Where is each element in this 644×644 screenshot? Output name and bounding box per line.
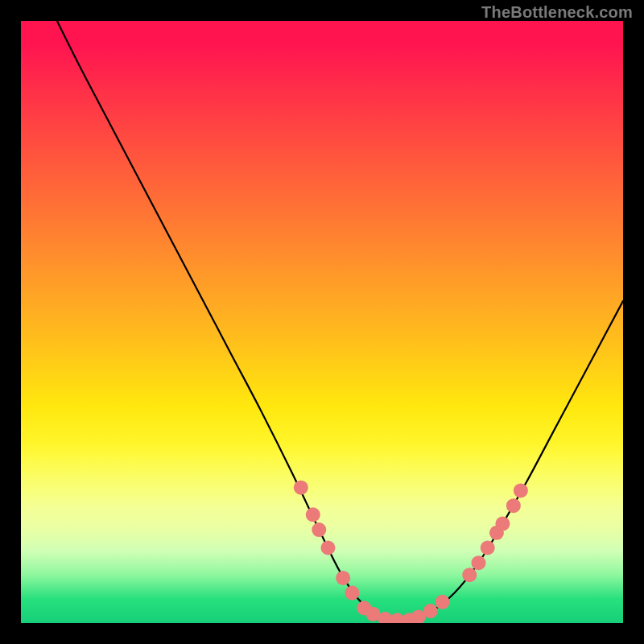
highlight-dots	[294, 481, 528, 623]
bottleneck-curve	[57, 21, 623, 621]
highlight-dot	[495, 517, 510, 531]
highlight-dot	[462, 568, 477, 582]
chart-svg	[21, 21, 623, 623]
highlight-dot	[436, 595, 450, 609]
highlight-dot	[506, 498, 521, 513]
highlight-dot	[320, 541, 335, 555]
highlight-dot	[481, 541, 495, 555]
highlight-dot	[345, 586, 359, 601]
highlight-dot	[306, 507, 320, 522]
highlight-dot	[336, 571, 350, 585]
highlight-dot	[312, 522, 326, 537]
chart-frame: TheBottleneck.com	[0, 0, 644, 644]
highlight-dot	[514, 483, 528, 497]
highlight-dot	[294, 481, 308, 495]
plot-area	[21, 21, 623, 623]
highlight-dot	[423, 604, 438, 618]
highlight-dot	[471, 555, 485, 570]
attribution-text: TheBottleneck.com	[481, 3, 633, 22]
